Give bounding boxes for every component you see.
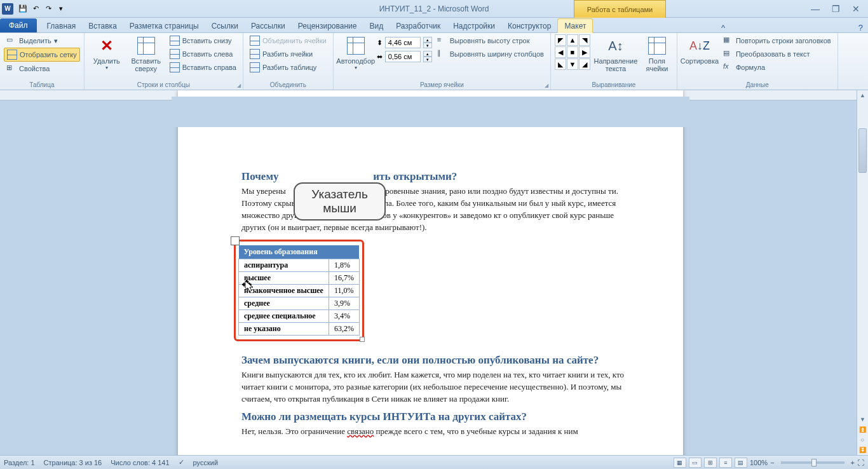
cell-margins-button[interactable]: Поля ячейки [641,34,673,79]
qat-more-icon[interactable]: ▾ [55,3,67,15]
view-draft[interactable]: ▤ [735,458,747,468]
properties-button[interactable]: ⊞Свойства [4,62,80,75]
zoom-slider[interactable] [781,461,844,464]
insert-left-button[interactable]: Вставить слева [167,48,239,60]
zoom-fit-icon[interactable]: ⛶ [857,459,864,466]
scroll-down-icon[interactable]: ▼ [857,414,868,425]
formula-button[interactable]: fxФормула [721,61,834,74]
delete-button[interactable]: ✕Удалить▾ [88,34,125,79]
doc-table[interactable]: Уровень образования аспирантура1,8%высше… [238,245,360,336]
table-row[interactable]: аспирантура1,8% [239,259,360,272]
tab-home[interactable]: Главная [41,19,83,32]
status-bar: Раздел: 1 Страница: 3 из 16 Число слов: … [0,455,868,469]
tab-design[interactable]: Конструктор [501,19,557,32]
split-cells-button[interactable]: Разбить ячейки [247,48,329,60]
col-width-input[interactable]: ⬌▲▼ [377,51,432,62]
scroll-thumb[interactable] [858,128,867,173]
align-ml[interactable]: ◀ [555,46,566,58]
zoom-level[interactable]: 100% [750,459,768,466]
group-label-merge: Объединить [247,81,329,89]
arrow-cursor-icon [245,281,255,294]
align-tc[interactable]: ▲ [567,34,578,46]
text-direction-button[interactable]: A↕Направление текста [593,34,639,79]
help-icon[interactable]: ? [853,23,868,32]
redo-icon[interactable]: ↷ [43,3,54,15]
zoom-out-button[interactable]: − [770,459,774,466]
view-gridlines-button[interactable]: Отобразить сетку [4,48,80,62]
document-area: ▢ 🔍 Указатель мыши ✥ Почему xxxxxxxxxxxx… [0,90,868,455]
word-icon[interactable]: W [2,3,13,15]
restore-button[interactable]: ❐ [830,3,841,15]
tab-references[interactable]: Ссылки [205,19,245,32]
tab-mailings[interactable]: Рассылки [245,19,292,32]
table-row[interactable]: не указано63,2% [239,323,360,336]
table-row[interactable]: высшее16,7% [239,272,360,285]
status-section[interactable]: Раздел: 1 [4,459,35,466]
view-full-reading[interactable]: ▭ [689,458,702,468]
repeat-header-button[interactable]: ▦Повторить строки заголовков [721,34,834,47]
align-br[interactable]: ◢ [579,58,590,70]
page: Указатель мыши ✥ Почему xxxxxxxxxxxxxxxx… [178,90,683,455]
tab-layout[interactable]: Разметка страницы [123,19,205,32]
browse-object-icon[interactable]: ○ [857,435,868,445]
window-title: ИНТУИТ_11_2 - Microsoft Word [379,4,489,13]
tab-developer[interactable]: Разработчик [390,19,447,32]
split-table-button[interactable]: Разбить таблицу [247,61,329,74]
table-row[interactable]: среднее3,9% [239,297,360,310]
table-resize-handle[interactable] [360,337,365,342]
group-data: A↓ZСортировка ▦Повторить строки заголовк… [677,33,838,90]
align-bl[interactable]: ◣ [555,58,566,70]
status-language[interactable]: русский [193,459,218,466]
view-outline[interactable]: ≡ [719,458,732,468]
row-height-input[interactable]: ⬍▲▼ [377,37,432,48]
file-tab[interactable]: Файл [0,18,37,32]
tab-insert[interactable]: Вставка [82,19,123,32]
view-web[interactable]: ⊞ [704,458,717,468]
group-rows-cols: ✕Удалить▾ Вставить сверху Вставить снизу… [85,33,243,90]
ribbon-minimize-icon[interactable]: ^ [716,23,730,32]
view-print-layout[interactable]: ▦ [674,458,686,468]
status-page[interactable]: Страница: 3 из 16 [44,459,102,466]
select-button[interactable]: ▭Выделить ▾ [4,34,80,47]
scroll-up-icon[interactable]: ▲ [857,90,868,100]
prev-page-icon[interactable]: ⏫ [857,425,868,435]
sort-button[interactable]: A↓ZСортировка [681,34,718,79]
minimize-button[interactable]: — [810,3,821,15]
alignment-grid: ◤▲◥ ◀■▶ ◣▼◢ [555,34,590,70]
title-bar: W 💾 ↶ ↷ ▾ ИНТУИТ_11_2 - Microsoft Word Р… [0,0,868,18]
quick-access-toolbar: W 💾 ↶ ↷ ▾ [0,3,67,15]
align-tr[interactable]: ◥ [579,34,590,46]
distribute-cols-button[interactable]: ∥Выровнять ширину столбцов [435,48,546,60]
convert-text-button[interactable]: ▤Преобразовать в текст [721,48,834,60]
dialog-launcher-icon[interactable]: ◢ [545,83,548,88]
context-tab-group: Работа с таблицами [574,0,666,18]
table-row[interactable]: незаконченное высшее11,0% [239,285,360,297]
page-content[interactable]: Указатель мыши ✥ Почему xxxxxxxxxxxxxxxx… [178,127,683,455]
table-row[interactable]: среднее специальное3,4% [239,310,360,323]
insert-below-button[interactable]: Вставить снизу [167,34,239,47]
tab-view[interactable]: Вид [363,19,390,32]
align-bc[interactable]: ▼ [567,58,578,70]
undo-icon[interactable]: ↶ [30,3,41,15]
spell-check-icon[interactable]: ✓ [179,458,184,466]
tab-table-layout[interactable]: Макет [557,18,593,33]
next-page-icon[interactable]: ⏬ [857,445,868,455]
autofit-button[interactable]: Автоподбор▾ [337,34,374,79]
group-merge: Объединить ячейки Разбить ячейки Разбить… [243,33,334,90]
distribute-rows-button[interactable]: ≡Выровнять высоту строк [435,34,546,47]
save-icon[interactable]: 💾 [17,3,29,15]
tab-addins[interactable]: Надстройки [447,19,501,32]
tab-review[interactable]: Рецензирование [292,19,363,32]
insert-right-button[interactable]: Вставить справа [167,61,239,74]
status-words[interactable]: Число слов: 4 141 [111,459,169,466]
insert-above-button[interactable]: Вставить сверху [128,34,165,79]
table-move-handle[interactable] [231,236,240,245]
zoom-in-button[interactable]: + [851,459,855,466]
align-mc[interactable]: ■ [567,46,578,58]
close-button[interactable]: ✕ [850,3,862,15]
align-tl[interactable]: ◤ [555,34,566,46]
dialog-launcher-icon[interactable]: ◢ [237,83,241,88]
group-label-rowscols: Строки и столбцы◢ [88,81,239,89]
align-mr[interactable]: ▶ [579,46,590,58]
vertical-scrollbar[interactable]: ▲ ▼ ⏫ ○ ⏬ [857,90,868,455]
